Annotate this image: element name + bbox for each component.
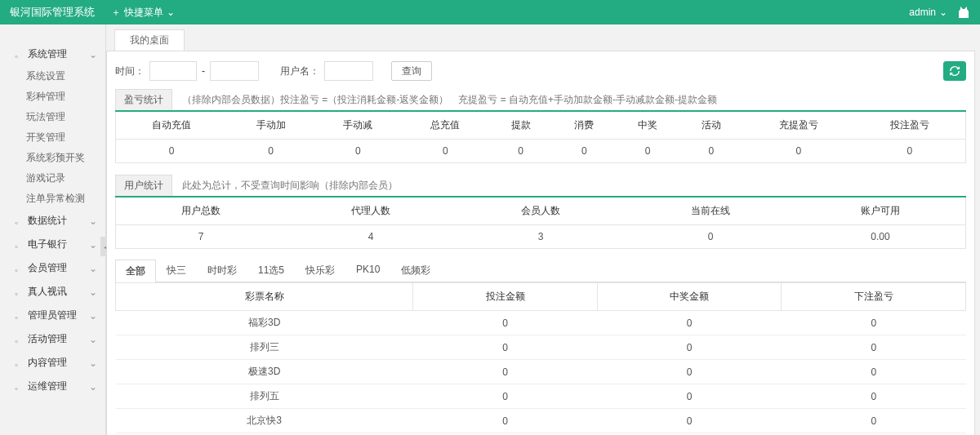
quick-menu[interactable]: ＋ 快捷菜单 ⌄ <box>111 6 175 20</box>
subtab-5[interactable]: PK10 <box>345 259 390 282</box>
subtab-4[interactable]: 快乐彩 <box>295 259 345 282</box>
subtab-2[interactable]: 时时彩 <box>197 259 247 282</box>
menu-icon: ◦ <box>15 383 23 391</box>
chevron-down-icon: ⌄ <box>89 215 97 227</box>
table-row: 福彩3D000 <box>116 311 966 335</box>
cell: 0 <box>597 335 782 360</box>
col-header: 手动减 <box>314 112 402 140</box>
col-header: 账户可用 <box>795 198 965 225</box>
menu-icon: ◦ <box>15 359 23 367</box>
sidebar-group-2[interactable]: ◦电子银行⌄ <box>0 233 105 256</box>
cell: 排列三 <box>116 335 413 360</box>
col-header: 彩票名称 <box>116 283 413 311</box>
profit-table: 自动充值手动加手动减总充值提款消费中奖活动充提盈亏投注盈亏0000000000 <box>115 112 966 163</box>
col-header: 消费 <box>553 112 617 140</box>
col-header: 充提盈亏 <box>743 112 854 140</box>
cell: 0 <box>626 225 795 249</box>
cell: 0 <box>597 311 782 335</box>
cell: 0 <box>597 360 782 384</box>
sidebar-group-8[interactable]: ◦运维管理⌄ <box>0 375 105 398</box>
table-row: 极速3D000 <box>116 360 966 384</box>
sidebar-item[interactable]: 开奖管理 <box>0 127 105 148</box>
time-from-input[interactable] <box>149 61 197 81</box>
sidebar-group-1[interactable]: ◦数据统计⌄ <box>0 209 105 233</box>
sidebar-item[interactable]: 游戏记录 <box>0 168 105 189</box>
cell: 7 <box>116 225 286 249</box>
chevron-down-icon: ⌄ <box>89 49 97 60</box>
cell: 0.00 <box>795 225 965 249</box>
cell: 排列五 <box>116 384 413 409</box>
sidebar-group-6[interactable]: ◦活动管理⌄ <box>0 327 105 351</box>
sidebar-group-7[interactable]: ◦内容管理⌄ <box>0 351 105 375</box>
table-row: 排列三000 <box>116 335 966 360</box>
theme-icon[interactable] <box>957 6 970 19</box>
cell: 0 <box>597 384 782 409</box>
subtab-6[interactable]: 低频彩 <box>390 259 441 282</box>
search-button[interactable]: 查询 <box>391 61 432 81</box>
username-input[interactable] <box>324 61 373 81</box>
sidebar-item[interactable]: 彩种管理 <box>0 87 105 107</box>
user-menu[interactable]: admin ⌄ <box>909 7 947 18</box>
main-content: 我的桌面 时间： - 用户名： 查询 盈亏统计 （排除内部会员数据）投注盈亏 =… <box>106 24 980 435</box>
section-user-tab: 用户统计 <box>115 175 172 196</box>
brand: 银河国际管理系统 <box>10 5 95 20</box>
table-row: 排列五000 <box>116 384 966 409</box>
col-header: 会员人数 <box>456 198 626 225</box>
chevron-down-icon: ⌄ <box>89 286 97 298</box>
col-header: 总充值 <box>402 112 489 140</box>
section-profit-desc: （排除内部会员数据）投注盈亏 =（投注消耗金额-返奖金额） 充提盈亏 = 自动充… <box>172 93 717 107</box>
subtab-1[interactable]: 快三 <box>156 259 197 282</box>
col-header: 投注盈亏 <box>854 112 965 140</box>
cell: 0 <box>854 140 965 163</box>
subtab-0[interactable]: 全部 <box>115 260 156 282</box>
sidebar-group-4[interactable]: ◦真人视讯⌄ <box>0 280 105 304</box>
cell: 极速3D <box>116 360 413 384</box>
sidebar-item[interactable]: 玩法管理 <box>0 107 105 127</box>
sidebar-item[interactable]: 系统彩预开奖 <box>0 148 105 168</box>
col-header: 代理人数 <box>286 198 456 225</box>
chevron-down-icon: ⌄ <box>939 7 947 18</box>
menu-icon: ◦ <box>15 51 23 59</box>
refresh-button[interactable] <box>943 61 966 81</box>
col-header: 当前在线 <box>626 198 795 225</box>
chevron-down-icon: ⌄ <box>89 381 97 393</box>
menu-icon: ◦ <box>15 335 23 344</box>
cell: 0 <box>597 409 782 433</box>
top-header: 银河国际管理系统 ＋ 快捷菜单 ⌄ admin ⌄ <box>0 0 980 24</box>
cell: 0 <box>413 384 598 409</box>
cell: 0 <box>402 140 489 163</box>
chevron-down-icon: ⌄ <box>89 239 97 251</box>
col-header: 中奖金额 <box>597 283 782 311</box>
chevron-down-icon: ⌄ <box>89 334 97 345</box>
tab-desktop[interactable]: 我的桌面 <box>114 29 185 51</box>
lottery-table: 彩票名称投注金额中奖金额下注盈亏福彩3D000排列三000极速3D000排列五0… <box>115 282 966 435</box>
sidebar-item[interactable]: 系统设置 <box>0 66 105 87</box>
col-header: 手动加 <box>227 112 314 140</box>
table-row: 北京快3000 <box>116 409 966 433</box>
cell: 0 <box>616 140 679 163</box>
sidebar-group-3[interactable]: ◦会员管理⌄ <box>0 256 105 280</box>
menu-icon: ◦ <box>15 288 23 296</box>
chevron-down-icon: ⌄ <box>89 357 97 369</box>
cell: 0 <box>743 140 854 163</box>
col-header: 提款 <box>489 112 553 140</box>
section-user-desc: 此处为总计，不受查询时间影响（排除内部会员） <box>172 179 398 193</box>
sidebar-group-0[interactable]: ◦系统管理⌄ <box>0 42 105 66</box>
time-to-input[interactable] <box>210 61 259 81</box>
sidebar: ◦系统管理⌄系统设置彩种管理玩法管理开奖管理系统彩预开奖游戏记录注单异常检测◦数… <box>0 24 106 435</box>
sidebar-group-5[interactable]: ◦管理员管理⌄ <box>0 304 105 327</box>
col-header: 下注盈亏 <box>782 283 966 311</box>
cell: 0 <box>413 360 598 384</box>
section-profit-tab: 盈亏统计 <box>115 89 172 110</box>
menu-icon: ◦ <box>15 312 23 320</box>
col-header: 自动充值 <box>116 112 227 140</box>
col-header: 活动 <box>679 112 743 140</box>
cell: 0 <box>553 140 617 163</box>
subtab-3[interactable]: 11选5 <box>247 259 295 282</box>
filter-bar: 时间： - 用户名： 查询 <box>107 58 974 84</box>
cell: 0 <box>782 311 966 335</box>
sidebar-item[interactable]: 注单异常检测 <box>0 189 105 209</box>
cell: 0 <box>413 335 598 360</box>
plus-icon: ＋ <box>111 6 121 20</box>
time-label: 时间： <box>115 64 145 78</box>
